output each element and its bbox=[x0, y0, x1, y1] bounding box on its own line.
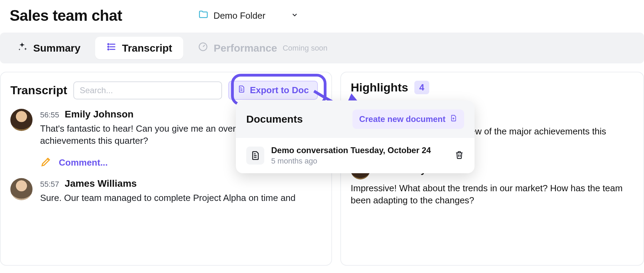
svg-point-3 bbox=[108, 44, 109, 45]
message-text: Sure. Our team managed to complete Proje… bbox=[40, 192, 322, 204]
coming-soon-badge: Coming soon bbox=[283, 44, 328, 53]
folder-name: Demo Folder bbox=[213, 10, 265, 21]
create-doc-label: Create new document bbox=[359, 114, 445, 124]
avatar bbox=[10, 109, 33, 131]
tab-summary[interactable]: Summary bbox=[6, 37, 92, 59]
tab-performance-label: Performance bbox=[214, 42, 277, 54]
page-title: Sales team chat bbox=[10, 7, 122, 24]
folder-picker[interactable]: Demo Folder bbox=[198, 9, 298, 22]
highlight-text: Impressive! What about the trends in our… bbox=[351, 182, 634, 206]
folder-icon bbox=[198, 9, 209, 22]
documents-title: Documents bbox=[246, 113, 303, 125]
export-label: Export to Doc bbox=[250, 85, 309, 96]
chevron-down-icon bbox=[270, 10, 298, 21]
gauge-icon bbox=[198, 42, 208, 54]
svg-point-5 bbox=[108, 49, 109, 50]
message-author: James Williams bbox=[65, 178, 137, 189]
export-to-doc-button[interactable]: Export to Doc bbox=[228, 81, 318, 100]
avatar bbox=[10, 178, 33, 200]
document-row[interactable]: Demo conversation Tuesday, October 24 5 … bbox=[236, 138, 475, 173]
message-time: 56:55 bbox=[40, 111, 59, 120]
comment-button[interactable]: Comment... bbox=[59, 157, 108, 168]
message-author: Emily Johnson bbox=[65, 109, 134, 120]
tab-performance: Performance Coming soon bbox=[187, 37, 339, 59]
documents-popover: Documents Create new document Demo conve… bbox=[236, 100, 475, 173]
document-icon bbox=[237, 85, 246, 96]
search-input[interactable] bbox=[73, 81, 222, 99]
file-icon bbox=[246, 147, 264, 165]
document-name: Demo conversation Tuesday, October 24 bbox=[271, 146, 448, 155]
list-icon bbox=[106, 42, 117, 54]
transcript-message: 55:57 James Williams Sure. Our team mana… bbox=[10, 178, 322, 204]
document-plus-icon bbox=[450, 114, 457, 124]
create-new-document-button[interactable]: Create new document bbox=[352, 109, 464, 129]
highlights-count-badge: 4 bbox=[414, 81, 429, 94]
pencil-icon bbox=[40, 156, 52, 169]
sparkles-icon bbox=[17, 42, 28, 54]
tab-summary-label: Summary bbox=[33, 42, 81, 54]
tab-transcript-label: Transcript bbox=[122, 42, 172, 54]
transcript-title: Transcript bbox=[10, 83, 67, 97]
highlights-title: Highlights bbox=[351, 81, 408, 94]
message-time: 55:57 bbox=[40, 180, 59, 189]
tab-transcript[interactable]: Transcript bbox=[95, 37, 183, 59]
document-age: 5 months ago bbox=[271, 157, 448, 166]
svg-point-4 bbox=[108, 46, 109, 47]
trash-icon[interactable] bbox=[454, 150, 464, 161]
tabs-bar: Summary Transcript Performance Coming so… bbox=[0, 33, 644, 63]
